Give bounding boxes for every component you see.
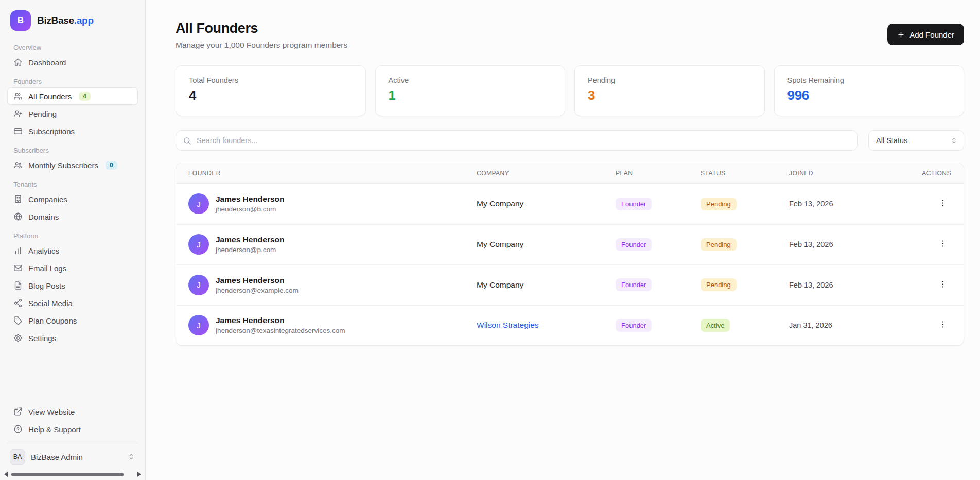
status-filter-select[interactable]: All Status [868,130,964,151]
sidebar-item-label: Companies [28,195,67,204]
founders-table: FounderCompanyPlanStatusJoinedActions J … [176,163,964,346]
sidebar-horizontal-scrollbar [3,470,142,479]
status-badge: Pending [701,238,737,251]
stat-label: Pending [588,76,751,84]
filters-row: All Status [176,130,964,151]
sidebar-item-label: Settings [28,334,56,343]
user-plus-icon [13,109,23,118]
page-header: All Founders Manage your 1,000 Founders … [176,21,964,50]
sidebar-item-social-media[interactable]: Social Media [7,294,138,312]
joined-date: Feb 13, 2026 [789,281,876,289]
plan-badge: Founder [616,319,652,332]
founder-name: James Henderson [216,276,299,285]
sidebar-item-plan-coupons[interactable]: Plan Coupons [7,312,138,329]
joined-date: Feb 13, 2026 [789,240,876,248]
stat-value: 3 [588,87,751,103]
column-header: Plan [616,170,701,177]
sidebar-section-label: Overview [13,44,132,51]
column-header: Founder [188,170,477,177]
row-actions-button[interactable] [934,318,951,332]
stat-label: Active [389,76,552,84]
chevrons-up-down-icon [127,453,135,461]
main-content: All Founders Manage your 1,000 Founders … [146,0,980,480]
sidebar-item-label: Help & Support [28,425,81,434]
company-link[interactable]: Wilson Strategies [477,321,616,330]
sidebar-item-subscriptions[interactable]: Subscriptions [7,122,138,140]
scroll-left-arrow[interactable] [4,472,8,477]
stat-label: Total Founders [189,76,353,84]
avatar: J [188,234,209,255]
kebab-menu-icon [938,199,947,207]
external-link-icon [13,407,23,416]
plan-badge: Founder [616,238,652,251]
user-menu[interactable]: BA BizBase Admin [7,443,138,469]
sidebar-item-label: Plan Coupons [28,316,77,325]
sidebar-item-label: Domains [28,212,59,221]
sidebar-item-view-website[interactable]: View Website [7,403,138,420]
sidebar-item-pending[interactable]: Pending [7,105,138,122]
status-badge: Pending [701,278,737,291]
sidebar-item-label: Blog Posts [28,281,65,290]
column-header: Company [477,170,616,177]
company-name: My Company [477,199,616,208]
founder-cell: J James Henderson jhenderson@p.com [188,234,477,255]
stat-card: Total Founders 4 [176,65,366,116]
sidebar-item-label: Email Logs [28,264,66,273]
sidebar-item-label: Subscriptions [28,127,75,136]
search-input[interactable] [197,136,851,145]
sidebar-item-badge: 0 [106,161,117,170]
joined-date: Feb 13, 2026 [789,200,876,208]
company-name: My Company [477,240,616,249]
sidebar-section-label: Founders [13,78,132,85]
founder-email: jhenderson@texasintegratedservices.com [216,327,345,334]
column-header: Joined [789,170,876,177]
sidebar-item-monthly-subscribers[interactable]: Monthly Subscribers 0 [7,156,138,174]
sidebar-item-label: Dashboard [28,58,66,67]
mail-icon [13,263,23,273]
scrollbar-thumb[interactable] [11,473,124,476]
stat-value: 1 [389,87,552,103]
avatar: BA [10,449,25,465]
sidebar-item-label: All Founders [28,92,72,101]
avatar: J [188,193,209,214]
stats-row: Total Founders 4 Active 1 Pending 3 Spot… [176,65,964,116]
page-title: All Founders [176,21,347,37]
sidebar-item-companies[interactable]: Companies [7,190,138,208]
user-name: BizBase Admin [31,453,121,461]
joined-date: Jan 31, 2026 [789,321,876,329]
founder-email: jhenderson@example.com [216,287,299,294]
founder-cell: J James Henderson jhenderson@example.com [188,275,477,295]
sidebar-item-help-support[interactable]: Help & Support [7,420,138,438]
add-founder-label: Add Founder [909,30,954,39]
founder-email: jhenderson@p.com [216,246,285,254]
sidebar-item-domains[interactable]: Domains [7,208,138,225]
help-circle-icon [13,424,23,434]
avatar: J [188,315,209,335]
search-box [176,130,858,151]
sidebar-item-analytics[interactable]: Analytics [7,242,138,259]
chevrons-up-down-icon [950,137,958,145]
row-actions-button[interactable] [934,237,951,252]
brand: B BizBase.app [7,0,138,35]
sidebar-item-blog-posts[interactable]: Blog Posts [7,277,138,294]
kebab-menu-icon [938,320,947,329]
sidebar-item-email-logs[interactable]: Email Logs [7,259,138,277]
sidebar-item-label: Analytics [28,246,59,255]
sidebar-item-settings[interactable]: Settings [7,329,138,347]
plan-badge: Founder [616,278,652,291]
page-subtitle: Manage your 1,000 Founders program membe… [176,41,347,50]
app-logo: B [10,10,31,31]
sidebar-item-all-founders[interactable]: All Founders 4 [7,87,138,105]
bar-chart-icon [13,246,23,255]
users-icon [13,92,23,101]
row-actions-button[interactable] [934,278,951,292]
sidebar: B BizBase.app Overview Dashboard Founder… [0,0,146,480]
brand-suffix-text: .app [74,15,94,26]
sidebar-item-label: Monthly Subscribers [28,161,98,170]
row-actions-button[interactable] [934,197,951,211]
sidebar-nav: Overview Dashboard Founders All Founders… [7,37,138,347]
sidebar-item-dashboard[interactable]: Dashboard [7,54,138,71]
add-founder-button[interactable]: Add Founder [887,24,964,45]
stat-value: 996 [787,87,951,103]
scroll-right-arrow[interactable] [137,472,141,477]
